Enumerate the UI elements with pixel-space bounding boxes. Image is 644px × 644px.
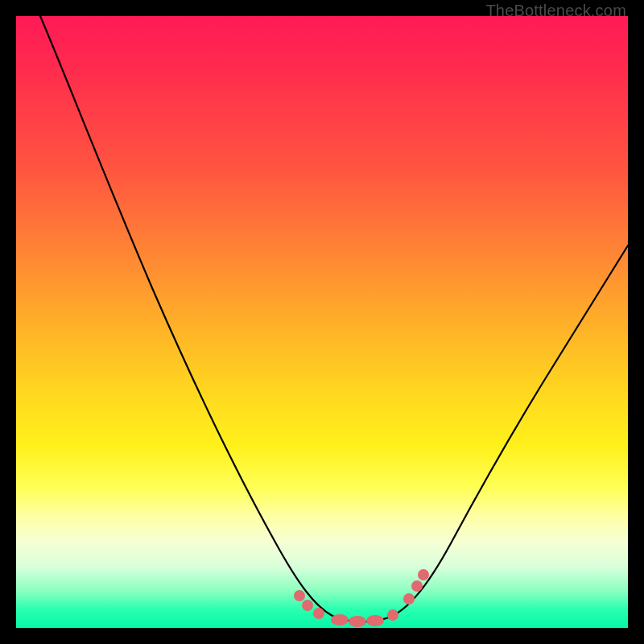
curve-marker — [418, 569, 429, 580]
curve-marker — [411, 580, 423, 592]
curve-marker — [331, 614, 349, 625]
curve-marker — [387, 609, 398, 621]
curve-marker — [313, 608, 324, 619]
chart-plot-area — [16, 16, 628, 628]
watermark-text: TheBottleneck.com — [485, 2, 626, 20]
curve-marker — [366, 615, 384, 626]
curve-marker — [294, 590, 305, 601]
curve-marker — [403, 593, 415, 605]
chart-svg — [16, 16, 628, 628]
bottleneck-curve — [40, 16, 628, 621]
chart-frame: TheBottleneck.com — [0, 0, 644, 644]
curve-marker — [302, 600, 313, 611]
curve-marker — [349, 616, 366, 627]
